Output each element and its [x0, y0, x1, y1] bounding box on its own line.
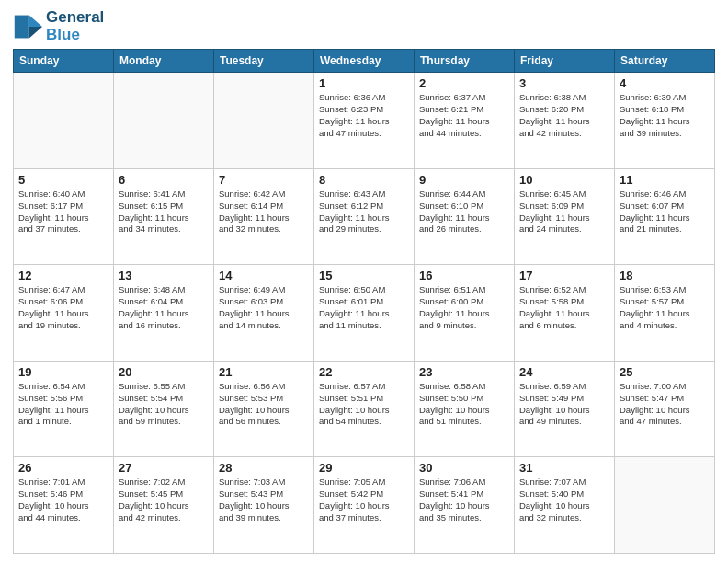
- calendar-cell: 15Sunrise: 6:50 AM Sunset: 6:01 PM Dayli…: [314, 265, 415, 362]
- header: General Blue: [13, 9, 715, 43]
- weekday-header-tuesday: Tuesday: [214, 50, 314, 73]
- weekday-header-sunday: Sunday: [14, 50, 114, 73]
- calendar-cell: 2Sunrise: 6:37 AM Sunset: 6:21 PM Daylig…: [415, 73, 515, 169]
- day-number: 14: [219, 269, 309, 282]
- day-number: 24: [519, 365, 609, 379]
- day-number: 10: [519, 173, 609, 187]
- weekday-header-row: SundayMondayTuesdayWednesdayThursdayFrid…: [14, 50, 715, 73]
- calendar-cell: 20Sunrise: 6:55 AM Sunset: 5:54 PM Dayli…: [114, 361, 214, 457]
- week-row-1: 1Sunrise: 6:36 AM Sunset: 6:23 PM Daylig…: [14, 73, 715, 169]
- weekday-header-thursday: Thursday: [415, 50, 515, 73]
- day-info: Sunrise: 7:05 AM Sunset: 5:42 PM Dayligh…: [319, 477, 409, 523]
- calendar-cell: 10Sunrise: 6:45 AM Sunset: 6:09 PM Dayli…: [515, 168, 615, 265]
- calendar-cell: 7Sunrise: 6:42 AM Sunset: 6:14 PM Daylig…: [214, 168, 314, 265]
- day-number: 30: [419, 461, 509, 475]
- day-number: 20: [119, 365, 209, 379]
- day-info: Sunrise: 6:56 AM Sunset: 5:53 PM Dayligh…: [219, 381, 309, 428]
- day-info: Sunrise: 6:59 AM Sunset: 5:49 PM Dayligh…: [519, 381, 609, 428]
- day-number: 12: [18, 269, 108, 282]
- day-info: Sunrise: 7:03 AM Sunset: 5:43 PM Dayligh…: [219, 477, 309, 523]
- calendar-cell: 30Sunrise: 7:06 AM Sunset: 5:41 PM Dayli…: [415, 457, 515, 554]
- calendar-cell: 23Sunrise: 6:58 AM Sunset: 5:50 PM Dayli…: [415, 361, 515, 457]
- day-number: 16: [419, 269, 509, 282]
- day-number: 19: [18, 365, 108, 379]
- svg-marker-0: [29, 15, 42, 26]
- day-number: 6: [119, 173, 209, 187]
- day-number: 1: [319, 76, 409, 90]
- day-number: 21: [219, 365, 309, 379]
- calendar-cell: 9Sunrise: 6:44 AM Sunset: 6:10 PM Daylig…: [415, 168, 515, 265]
- logo: General Blue: [13, 9, 104, 43]
- calendar-cell: 5Sunrise: 6:40 AM Sunset: 6:17 PM Daylig…: [14, 168, 114, 265]
- logo-icon: [13, 12, 42, 41]
- day-info: Sunrise: 6:38 AM Sunset: 6:20 PM Dayligh…: [519, 92, 609, 139]
- day-info: Sunrise: 6:46 AM Sunset: 6:07 PM Dayligh…: [620, 189, 710, 236]
- day-info: Sunrise: 6:42 AM Sunset: 6:14 PM Dayligh…: [219, 189, 309, 236]
- day-info: Sunrise: 6:52 AM Sunset: 5:58 PM Dayligh…: [519, 284, 609, 331]
- calendar-cell: 17Sunrise: 6:52 AM Sunset: 5:58 PM Dayli…: [515, 265, 615, 362]
- calendar-cell: 25Sunrise: 7:00 AM Sunset: 5:47 PM Dayli…: [615, 361, 715, 457]
- calendar-cell: [14, 73, 114, 169]
- calendar-cell: 24Sunrise: 6:59 AM Sunset: 5:49 PM Dayli…: [515, 361, 615, 457]
- day-info: Sunrise: 6:50 AM Sunset: 6:01 PM Dayligh…: [319, 284, 409, 331]
- day-number: 31: [519, 461, 609, 475]
- day-number: 9: [419, 173, 509, 187]
- day-info: Sunrise: 6:58 AM Sunset: 5:50 PM Dayligh…: [419, 381, 509, 428]
- day-info: Sunrise: 6:41 AM Sunset: 6:15 PM Dayligh…: [119, 189, 209, 236]
- day-number: 3: [519, 76, 609, 90]
- logo-text: General Blue: [46, 9, 104, 43]
- calendar-cell: 19Sunrise: 6:54 AM Sunset: 5:56 PM Dayli…: [14, 361, 114, 457]
- weekday-header-monday: Monday: [114, 50, 214, 73]
- calendar-cell: 21Sunrise: 6:56 AM Sunset: 5:53 PM Dayli…: [214, 361, 314, 457]
- day-info: Sunrise: 6:49 AM Sunset: 6:03 PM Dayligh…: [219, 284, 309, 331]
- day-info: Sunrise: 6:43 AM Sunset: 6:12 PM Dayligh…: [319, 189, 409, 236]
- calendar-cell: 31Sunrise: 7:07 AM Sunset: 5:40 PM Dayli…: [515, 457, 615, 554]
- day-number: 28: [219, 461, 309, 475]
- day-number: 25: [620, 365, 710, 379]
- calendar-cell: 28Sunrise: 7:03 AM Sunset: 5:43 PM Dayli…: [214, 457, 314, 554]
- day-number: 4: [620, 76, 710, 90]
- day-info: Sunrise: 6:40 AM Sunset: 6:17 PM Dayligh…: [18, 189, 108, 236]
- calendar-cell: 8Sunrise: 6:43 AM Sunset: 6:12 PM Daylig…: [314, 168, 415, 265]
- calendar-cell: 16Sunrise: 6:51 AM Sunset: 6:00 PM Dayli…: [415, 265, 515, 362]
- day-info: Sunrise: 6:48 AM Sunset: 6:04 PM Dayligh…: [119, 284, 209, 331]
- day-info: Sunrise: 7:06 AM Sunset: 5:41 PM Dayligh…: [419, 477, 509, 523]
- svg-rect-2: [15, 15, 29, 38]
- day-info: Sunrise: 6:47 AM Sunset: 6:06 PM Dayligh…: [18, 284, 108, 331]
- calendar-table: SundayMondayTuesdayWednesdayThursdayFrid…: [13, 49, 715, 554]
- day-info: Sunrise: 6:53 AM Sunset: 5:57 PM Dayligh…: [620, 284, 710, 331]
- calendar-cell: 1Sunrise: 6:36 AM Sunset: 6:23 PM Daylig…: [314, 73, 415, 169]
- weekday-header-wednesday: Wednesday: [314, 50, 415, 73]
- calendar-cell: 27Sunrise: 7:02 AM Sunset: 5:45 PM Dayli…: [114, 457, 214, 554]
- calendar-cell: 11Sunrise: 6:46 AM Sunset: 6:07 PM Dayli…: [615, 168, 715, 265]
- day-info: Sunrise: 7:01 AM Sunset: 5:46 PM Dayligh…: [18, 477, 108, 523]
- day-info: Sunrise: 7:02 AM Sunset: 5:45 PM Dayligh…: [119, 477, 209, 523]
- day-info: Sunrise: 7:07 AM Sunset: 5:40 PM Dayligh…: [519, 477, 609, 523]
- day-number: 15: [319, 269, 409, 282]
- day-number: 7: [219, 173, 309, 187]
- calendar-cell: 22Sunrise: 6:57 AM Sunset: 5:51 PM Dayli…: [314, 361, 415, 457]
- day-info: Sunrise: 6:44 AM Sunset: 6:10 PM Dayligh…: [419, 189, 509, 236]
- day-info: Sunrise: 6:37 AM Sunset: 6:21 PM Dayligh…: [419, 92, 509, 139]
- day-number: 27: [119, 461, 209, 475]
- day-number: 5: [18, 173, 108, 187]
- week-row-5: 26Sunrise: 7:01 AM Sunset: 5:46 PM Dayli…: [14, 457, 715, 554]
- weekday-header-saturday: Saturday: [615, 50, 715, 73]
- day-number: 29: [319, 461, 409, 475]
- calendar-cell: 26Sunrise: 7:01 AM Sunset: 5:46 PM Dayli…: [14, 457, 114, 554]
- calendar-cell: 18Sunrise: 6:53 AM Sunset: 5:57 PM Dayli…: [615, 265, 715, 362]
- day-info: Sunrise: 6:39 AM Sunset: 6:18 PM Dayligh…: [620, 92, 710, 139]
- week-row-2: 5Sunrise: 6:40 AM Sunset: 6:17 PM Daylig…: [14, 168, 715, 265]
- day-info: Sunrise: 6:36 AM Sunset: 6:23 PM Dayligh…: [319, 92, 409, 139]
- calendar-cell: 3Sunrise: 6:38 AM Sunset: 6:20 PM Daylig…: [515, 73, 615, 169]
- calendar-cell: 4Sunrise: 6:39 AM Sunset: 6:18 PM Daylig…: [615, 73, 715, 169]
- day-info: Sunrise: 6:51 AM Sunset: 6:00 PM Dayligh…: [419, 284, 509, 331]
- day-number: 18: [620, 269, 710, 282]
- day-info: Sunrise: 6:54 AM Sunset: 5:56 PM Dayligh…: [18, 381, 108, 428]
- day-number: 26: [18, 461, 108, 475]
- calendar-cell: 13Sunrise: 6:48 AM Sunset: 6:04 PM Dayli…: [114, 265, 214, 362]
- day-number: 2: [419, 76, 509, 90]
- week-row-3: 12Sunrise: 6:47 AM Sunset: 6:06 PM Dayli…: [14, 265, 715, 362]
- day-info: Sunrise: 6:57 AM Sunset: 5:51 PM Dayligh…: [319, 381, 409, 428]
- day-info: Sunrise: 7:00 AM Sunset: 5:47 PM Dayligh…: [620, 381, 710, 428]
